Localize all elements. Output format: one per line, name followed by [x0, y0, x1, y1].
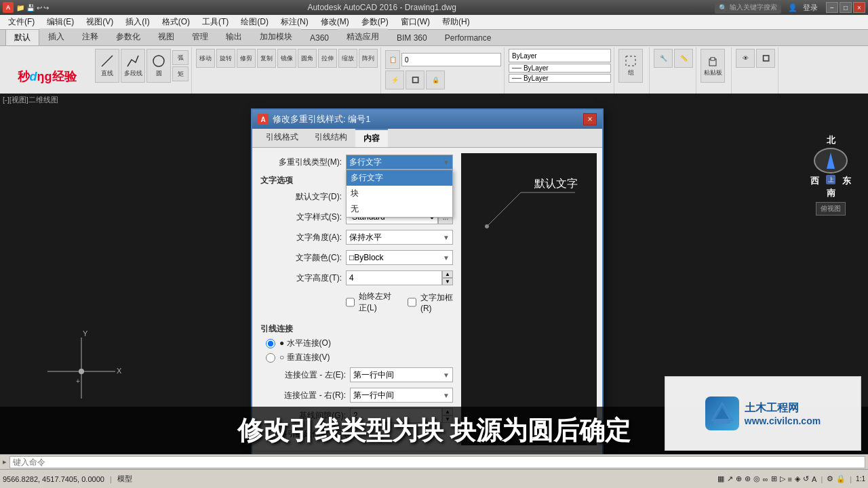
ortho-icon[interactable]: ⊕: [736, 474, 742, 483]
dialog-tab-structure[interactable]: 引线结构: [307, 129, 355, 147]
stretch-tool[interactable]: 拉伸: [318, 49, 337, 68]
search-bar[interactable]: 🔍 输入关键字搜索: [715, 1, 781, 14]
ws-icon[interactable]: ⚙: [827, 474, 833, 483]
trans-icon[interactable]: ◈: [795, 474, 800, 483]
close-btn[interactable]: ×: [853, 2, 865, 13]
mirror-tool[interactable]: 镜像: [277, 49, 296, 68]
text-angle-dropdown[interactable]: 保持水平 ▼: [346, 230, 453, 245]
array-tool[interactable]: 阵列: [359, 49, 378, 68]
polar-icon[interactable]: ⊛: [745, 474, 751, 483]
menu-help[interactable]: 帮助(H): [437, 15, 475, 29]
osnap-icon[interactable]: ◎: [753, 474, 760, 483]
sel-icon[interactable]: ↺: [803, 474, 809, 483]
color-selector[interactable]: ByLayer: [509, 49, 611, 62]
text-height-up[interactable]: ▲: [442, 270, 453, 278]
conn-right-selected[interactable]: 第一行中间 ▼: [350, 388, 453, 403]
menu-format[interactable]: 格式(O): [157, 15, 195, 29]
tab-default[interactable]: 默认: [5, 29, 39, 45]
dialog-tab-content[interactable]: 内容: [355, 129, 388, 147]
menu-tools[interactable]: 工具(T): [197, 15, 234, 29]
tab-output[interactable]: 输出: [217, 28, 251, 45]
utility-btn2[interactable]: 📏: [674, 49, 693, 68]
fillet-tool[interactable]: 圆角: [298, 49, 317, 68]
lineweight-selector[interactable]: ── ByLayer: [509, 74, 611, 83]
rotate-tool[interactable]: 旋转: [216, 49, 235, 68]
text-color-selected[interactable]: □ByBlock ▼: [346, 250, 453, 265]
tab-bim360[interactable]: BIM 360: [388, 30, 436, 45]
trim-tool[interactable]: 修剪: [237, 49, 256, 68]
maximize-btn[interactable]: □: [840, 2, 852, 13]
dialog-close-btn[interactable]: ×: [583, 113, 597, 125]
text-height-input[interactable]: [346, 270, 442, 285]
ucs-icon[interactable]: ⊞: [771, 474, 777, 483]
dyn-icon[interactable]: ▷: [780, 474, 785, 483]
dropdown-option-multiline[interactable]: 多行文字: [347, 170, 452, 186]
line-tool[interactable]: 直线: [95, 49, 119, 83]
tab-annotation[interactable]: 注释: [73, 28, 107, 45]
snap-icon[interactable]: ↗: [727, 474, 733, 483]
lock-icon[interactable]: 🔒: [836, 474, 846, 483]
text-height-down[interactable]: ▼: [442, 278, 453, 285]
dropdown-option-block[interactable]: 块: [347, 186, 452, 201]
dropdown-option-none[interactable]: 无: [347, 201, 452, 217]
tab-view[interactable]: 视图: [149, 28, 183, 45]
layer-btn2[interactable]: 🔲: [406, 70, 425, 89]
tab-addon[interactable]: 加加模块: [251, 28, 301, 45]
horizontal-conn-radio[interactable]: [266, 339, 275, 348]
layer-btn3[interactable]: 🔒: [426, 70, 445, 89]
group-tool[interactable]: 组: [618, 49, 643, 83]
menu-file[interactable]: 文件(F): [3, 15, 40, 29]
lw-icon[interactable]: ≡: [788, 475, 792, 483]
tab-performance[interactable]: Performance: [436, 30, 500, 45]
linetype-selector[interactable]: ── ByLayer: [509, 64, 611, 73]
command-input[interactable]: [9, 456, 865, 468]
layer-selector[interactable]: 0: [401, 53, 501, 66]
rect-tool[interactable]: 矩: [172, 66, 189, 81]
tab-a360[interactable]: A360: [301, 30, 338, 45]
layer-mgr[interactable]: 📋: [385, 50, 400, 69]
text-angle-selected[interactable]: 保持水平 ▼: [346, 230, 453, 245]
multiline-type-selected[interactable]: 多行文字 ▼: [346, 155, 453, 169]
polyline-tool[interactable]: 多段线: [121, 49, 145, 83]
paste-btn[interactable]: 粘贴板: [701, 49, 725, 83]
grid-icon[interactable]: ▦: [717, 474, 724, 483]
menu-insert[interactable]: 插入(I): [120, 15, 155, 29]
move-tool[interactable]: 移动: [196, 49, 215, 68]
otrack-icon[interactable]: ∞: [763, 475, 768, 483]
view-btn1[interactable]: 👁: [736, 49, 755, 68]
vertical-conn-radio[interactable]: [266, 353, 275, 363]
conn-right-dropdown[interactable]: 第一行中间 ▼: [350, 388, 453, 403]
copy-tool[interactable]: 复制: [257, 49, 276, 68]
menu-draw[interactable]: 绘图(D): [235, 15, 274, 29]
text-frame-checkbox[interactable]: [408, 298, 416, 307]
menu-param[interactable]: 参数(P): [356, 15, 394, 29]
circle-tool[interactable]: 圆: [146, 49, 171, 83]
utility-btn1[interactable]: 🔧: [654, 49, 673, 68]
text-color-dropdown[interactable]: □ByBlock ▼: [346, 250, 453, 265]
view-cube[interactable]: 俯视图: [816, 202, 846, 216]
arc-tool[interactable]: 弧: [172, 50, 189, 65]
tab-manage[interactable]: 管理: [183, 28, 217, 45]
login-btn[interactable]: 登录: [803, 3, 818, 13]
align-left-checkbox[interactable]: [346, 298, 355, 307]
tab-insert[interactable]: 插入: [39, 28, 73, 45]
tab-featured[interactable]: 精选应用: [338, 28, 388, 45]
scale-tool[interactable]: 缩放: [338, 49, 357, 68]
multiline-type-value: 多行文字: [349, 157, 382, 168]
multiline-type-dropdown[interactable]: 多行文字 ▼ 多行文字 块 无: [346, 155, 453, 169]
minimize-btn[interactable]: −: [826, 2, 838, 13]
menu-edit[interactable]: 编辑(E): [41, 15, 79, 29]
anno-icon[interactable]: A: [812, 475, 816, 483]
view-btn2[interactable]: 🔲: [756, 49, 775, 68]
conn-left-dropdown[interactable]: 第一行中间 ▼: [350, 367, 453, 382]
menu-dimension[interactable]: 标注(N): [275, 15, 314, 29]
dialog-tab-arrowhead[interactable]: 引线格式: [258, 129, 307, 147]
multiline-type-list[interactable]: 多行文字 块 无: [346, 169, 453, 218]
model-label[interactable]: 模型: [117, 474, 132, 484]
tab-parametric[interactable]: 参数化: [107, 28, 149, 45]
menu-view[interactable]: 视图(V): [81, 15, 119, 29]
conn-left-selected[interactable]: 第一行中间 ▼: [350, 367, 453, 382]
menu-window[interactable]: 窗口(W): [395, 15, 435, 29]
menu-modify[interactable]: 修改(M): [315, 15, 355, 29]
layer-btn1[interactable]: ⚡: [385, 70, 404, 89]
